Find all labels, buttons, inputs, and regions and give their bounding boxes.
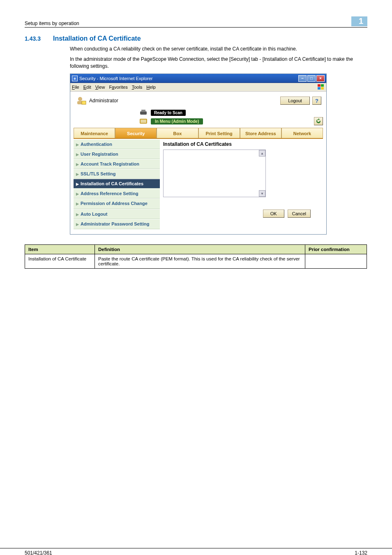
cancel-button[interactable]: Cancel (288, 210, 311, 218)
menu-view[interactable]: View (95, 85, 105, 90)
table-cell-definition: Paste the route CA certificate (PEM form… (95, 254, 305, 268)
sidebar-item-account-track[interactable]: ▶Account Track Registration (74, 159, 160, 169)
svg-rect-8 (141, 110, 145, 112)
svg-rect-0 (318, 84, 321, 87)
table-head-definition: Definition (95, 244, 305, 254)
content-heading: Installation of CA Certificates (163, 140, 323, 150)
status-admin-mode-label: In Menu (Admin Mode) (151, 118, 203, 124)
body-paragraph-1: When conducting a CA reliability check o… (70, 46, 370, 53)
section-title: Installation of CA Certificate (53, 35, 141, 42)
tab-box[interactable]: Box (157, 128, 198, 138)
app-tabbar: Maintenance Security Box Print Setting S… (74, 128, 323, 139)
tab-print-setting[interactable]: Print Setting (198, 128, 240, 138)
side-navigation: ▶Authentication ▶User Registration ▶Acco… (74, 140, 160, 229)
sidebar-item-ssl-tls[interactable]: ▶SSL/TLS Setting (74, 169, 160, 179)
certificate-textarea[interactable]: ▲ ▼ (163, 150, 266, 197)
svg-rect-2 (318, 87, 321, 90)
body-paragraph-2: In the administrator mode of the PageSco… (70, 56, 370, 70)
menu-favorites[interactable]: Favorites (109, 85, 127, 90)
sidebar-item-authentication[interactable]: ▶Authentication (74, 140, 160, 149)
svg-rect-3 (321, 87, 324, 90)
tab-maintenance[interactable]: Maintenance (74, 128, 115, 138)
table-head-item: Item (25, 244, 95, 254)
tab-security[interactable]: Security (115, 128, 157, 138)
table-cell-prior (305, 254, 367, 268)
scroll-down-icon[interactable]: ▼ (259, 190, 265, 197)
browser-menubar: File Edit View Favorites Tools Help (70, 83, 326, 92)
windows-flag-icon (317, 84, 325, 90)
ok-button[interactable]: OK (263, 210, 284, 218)
footer-left: 501/421/361 (25, 550, 52, 555)
sidebar-item-auto-logout[interactable]: ▶Auto Logout (74, 210, 160, 219)
ie-icon: e (72, 76, 78, 81)
scroll-up-icon[interactable]: ▲ (259, 150, 265, 157)
breadcrumb: Setup items by operation (25, 21, 79, 26)
admin-avatar-icon (75, 96, 87, 106)
printer-status-icon (139, 109, 148, 116)
admin-label: Administrator (89, 98, 118, 104)
svg-point-4 (78, 97, 82, 101)
chapter-index-badge: 1 (351, 16, 367, 26)
logout-button[interactable]: Logout (280, 97, 310, 105)
svg-rect-1 (321, 84, 324, 87)
sidebar-item-admin-password[interactable]: ▶Administrator Password Setting (74, 219, 160, 229)
window-maximize-button[interactable]: □ (307, 75, 316, 82)
status-ready-label: Ready to Scan (151, 110, 186, 116)
window-title: Security - Microsoft Internet Explorer (79, 76, 153, 81)
help-icon[interactable]: ? (312, 97, 321, 105)
sidebar-item-user-registration[interactable]: ▶User Registration (74, 150, 160, 159)
window-close-button[interactable]: × (316, 75, 325, 82)
panel-status-icon (139, 117, 148, 125)
window-titlebar[interactable]: e Security - Microsoft Internet Explorer… (70, 74, 326, 83)
section-number: 1.43.3 (25, 35, 41, 42)
sidebar-item-permission-address[interactable]: ▶Permission of Address Change (74, 199, 160, 209)
table-row: Installation of CA Certificate Paste the… (25, 254, 367, 268)
embedded-screenshot-window: e Security - Microsoft Internet Explorer… (70, 74, 327, 234)
window-minimize-button[interactable]: – (298, 75, 307, 82)
menu-help[interactable]: Help (146, 85, 156, 90)
svg-rect-10 (141, 120, 146, 123)
table-cell-item: Installation of CA Certificate (25, 254, 95, 268)
svg-rect-6 (82, 101, 86, 104)
menu-edit[interactable]: Edit (83, 85, 91, 90)
sidebar-item-install-ca[interactable]: ▶Installation of CA Certificates (74, 179, 160, 189)
svg-rect-7 (140, 111, 147, 115)
menu-file[interactable]: File (72, 85, 79, 90)
sidebar-item-address-reference[interactable]: ▶Address Reference Setting (74, 189, 160, 198)
definition-table: Item Definition Prior confirmation Insta… (25, 244, 367, 269)
table-head-prior: Prior confirmation (305, 244, 367, 254)
refresh-icon[interactable] (314, 117, 323, 125)
menu-tools[interactable]: Tools (132, 85, 143, 90)
footer-right: 1-132 (355, 550, 367, 555)
tab-store-address[interactable]: Store Address (240, 128, 281, 138)
tab-network[interactable]: Network (281, 128, 323, 138)
